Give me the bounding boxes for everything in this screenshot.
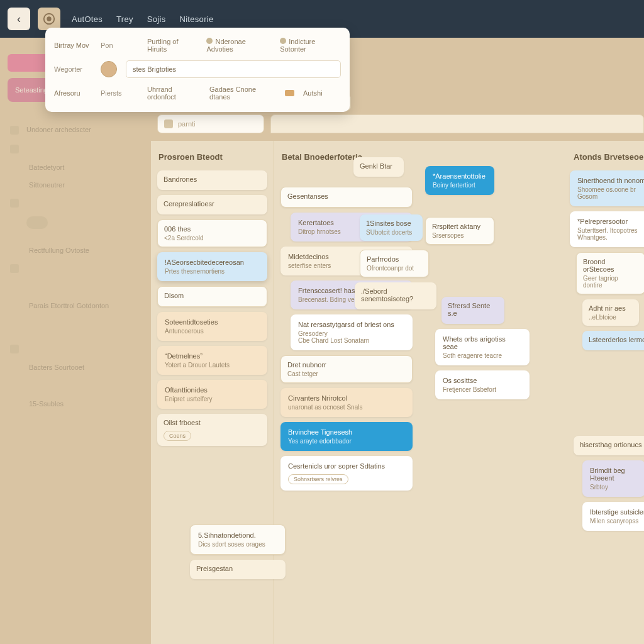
board-card[interactable]: Sfrersd Sente s.e [441, 297, 504, 324]
board-card[interactable]: Bandrones [157, 170, 267, 190]
sidebar-item[interactable]: Bacters Sourtooet [8, 358, 137, 376]
sidebar-item[interactable]: Sittoneutrer [8, 176, 137, 194]
user-avatar-icon[interactable] [101, 61, 117, 77]
svg-point-1 [47, 16, 51, 21]
menu-label: Piersts [101, 89, 138, 97]
board-card[interactable]: Rrspitert aktanySrsersopes [425, 217, 494, 245]
dot-icon [280, 38, 286, 44]
search-placeholder: parnti [178, 120, 196, 128]
menu-link[interactable]: Nderonae Advoties [206, 38, 271, 53]
board-card[interactable]: Genkl Btar [353, 157, 404, 177]
dot-icon [206, 38, 213, 44]
back-button[interactable]: ‹ [8, 8, 30, 30]
board-lane: Atonds Brvetseoen Sinerthoend th nonomtS… [564, 141, 644, 644]
mega-menu: Birtray Mov Pon Purtling of Hiruits Nder… [45, 28, 350, 112]
sidebar-item[interactable] [8, 340, 137, 358]
board-card[interactable]: Cesrtenicls uror soprer SdtatinsSohnsrts… [280, 456, 413, 491]
lane-title: Prosroen Bteodt [158, 152, 266, 162]
board-card[interactable]: SoteentidtosetiesAntuncoerous [157, 312, 267, 341]
board-search[interactable]: parnti [157, 114, 264, 133]
logo-icon [42, 12, 56, 26]
board-card[interactable]: !ASeorsecbitedecereosanPrtes thesnernort… [157, 252, 267, 281]
sidebar-item[interactable] [8, 194, 137, 213]
sidebar-item[interactable] [8, 140, 137, 158]
menu-label: Wegorter [54, 65, 92, 73]
mega-menu-row: Afresoru Piersts Uhrrand ordonfoct Gadae… [54, 82, 341, 104]
board-toolbar: parnti [157, 114, 644, 133]
lane-title: Atonds Brvetseoen [574, 152, 644, 162]
top-nav: AutOtes Trey Sojis Nitesorie [72, 14, 213, 24]
sidebar-item[interactable]: 15-Ssubles [8, 395, 137, 413]
nav-icon [10, 345, 19, 353]
board-card[interactable]: OftanttionidesEnipret usrtelfery [157, 380, 267, 409]
board-card[interactable]: Oilst frboestCoens [157, 414, 267, 446]
board-lane: *AraensentottolieBoiny fertertiort Genkl… [419, 141, 564, 644]
sidebar-item[interactable]: Batedetyort [8, 158, 137, 176]
board-card[interactable]: Cirvanters Nrirotcolunaronat as ocnoset … [280, 388, 413, 417]
board-card[interactable]: Lsteerderlos lermon [582, 331, 644, 350]
menu-link[interactable]: Afresoru [54, 89, 92, 97]
board-card[interactable]: *PelreprersootorSuterttserf. ItcopotresW… [570, 211, 644, 247]
board-card[interactable]: ParfrrodosOfrontcoanpr dot [360, 250, 429, 277]
board-card[interactable]: hisersthag ortionucs [574, 436, 644, 455]
app-logo[interactable] [38, 8, 60, 30]
card-tag: Coens [164, 431, 191, 441]
board-card[interactable]: Gesentanses [280, 187, 413, 208]
board-card[interactable]: Ibterstige sutsiclendMilen scanyropss [582, 502, 644, 531]
mega-menu-row: Wegorter [54, 57, 341, 82]
menu-link[interactable]: Uhrrand ordonfoct [147, 86, 201, 101]
mega-menu-row: Birtray Mov Pon Purtling of Hiruits Nder… [54, 34, 341, 57]
board-card[interactable]: 1Sinsites boseSUbotcit docerts [360, 214, 423, 241]
menu-search-input[interactable] [126, 60, 341, 78]
flag-icon [285, 90, 294, 96]
board-card[interactable]: “Detmelnes”Yotert a Drouor Lautets [157, 346, 267, 375]
sidebar-item[interactable]: Parais Etorttrol Gotdonton [8, 297, 137, 314]
board-card[interactable]: Adht nir aes..eLbtoioe [582, 299, 639, 326]
board-card[interactable]: Brvinchee TigneseshYes arayte edorbbador [280, 422, 413, 451]
board-card[interactable]: 006 thes<2a Serdrcold [157, 219, 267, 247]
board-card[interactable]: Cerepreslatioesr [157, 195, 267, 214]
menu-link[interactable]: Gadaes Cnone dtanes [209, 86, 276, 101]
nav-icon [10, 199, 19, 208]
sidebar-item[interactable]: Undoner archedscter [8, 121, 137, 140]
nav-item[interactable]: Sojis [147, 14, 166, 24]
card-tag: Sohnsrtsers relvres [288, 474, 348, 484]
nav-icon [10, 145, 19, 153]
board-card[interactable]: Dret nubnorrCast tetger [280, 355, 413, 383]
board-card[interactable]: Brimdit beg HteeentSrbtoy [582, 460, 644, 497]
menu-link[interactable]: Purtling of Hiruits [147, 38, 197, 53]
board-card[interactable]: Disom [157, 286, 267, 307]
nav-icon [10, 264, 19, 273]
board-card[interactable]: ./Sebord senemtosisoteg? [355, 282, 436, 309]
menu-link[interactable]: Birtray Mov [54, 42, 92, 49]
board-card[interactable]: 5.Sihnatondetiond.Dics sdort soses orage… [190, 525, 286, 555]
sidebar-toggle[interactable] [26, 216, 48, 229]
sidebar-item[interactable] [8, 259, 137, 278]
kanban-board: Prosroen Bteodt Bandrones Cerepreslatioe… [151, 141, 644, 644]
menu-link[interactable]: Indicture Sotonter [280, 38, 341, 53]
board-card[interactable]: Preisgestan [190, 560, 286, 579]
nav-item[interactable]: AutOtes [72, 14, 103, 24]
board-card[interactable]: Whets orbs arigotiss seaeSoth eragenre t… [435, 329, 530, 365]
nav-item[interactable]: Nitesorie [179, 14, 213, 24]
menu-link[interactable]: Autshi [303, 89, 341, 97]
nav-item[interactable]: Trey [116, 14, 133, 24]
board-card[interactable]: Os sosittseFretjencer Bsbefort [435, 370, 530, 399]
sidebar-item[interactable]: Rectfullung Ovtoste [8, 242, 137, 259]
sidebar-nav: Undoner archedscter Batedetyort Sittoneu… [8, 121, 137, 413]
menu-label: Pon [101, 42, 138, 49]
board-tab[interactable] [270, 114, 644, 133]
board-card[interactable]: Sinerthoend th nonomtShoomee os.oone brG… [570, 170, 644, 206]
board-card[interactable]: Nat rersastytgarsd of briest onsGresoder… [291, 314, 413, 350]
search-icon [164, 119, 173, 128]
nav-icon [10, 126, 19, 135]
board-card[interactable]: Broond orStecoesGeer tagriop dontire [576, 252, 644, 294]
